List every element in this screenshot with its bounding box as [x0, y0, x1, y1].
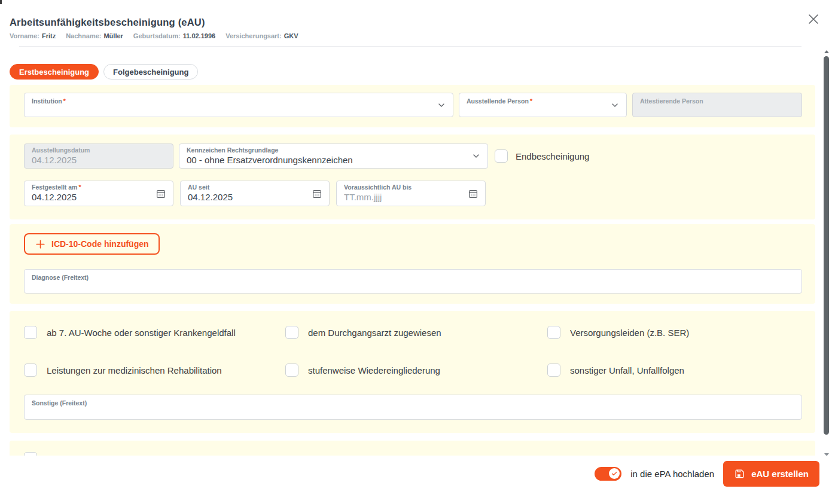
checkbox-item: stufenweise Wiedereingliederung — [285, 364, 547, 377]
page-title: Arbeitsunfähigkeitsbescheinigung (eAU) — [10, 17, 813, 28]
checkbox-item: ab 7. AU-Woche oder sonstiger Krankengel… — [24, 326, 285, 339]
tab-folgebescheinigung[interactable]: Folgebescheinigung — [103, 64, 198, 80]
section-diagnose: ICD-10-Code hinzufügen Diagnose (Freitex… — [10, 224, 815, 304]
ausstellende-person-label: Ausstellende Person — [467, 97, 529, 105]
au-woche-checkbox[interactable] — [24, 326, 37, 339]
certificate-type-tabs: Erstbescheinigung Folgebescheinigung — [10, 64, 822, 80]
checkbox-item: Leistungen zur medizinischen Rehabilitat… — [24, 364, 285, 377]
section-institution: Institution* Ausstellende Person* Attest… — [10, 85, 815, 127]
ausstellende-person-select[interactable]: Ausstellende Person* — [459, 93, 627, 117]
checkbox-label: Versorgungsleiden (z.B. SER) — [570, 328, 689, 338]
checkbox-label: Leistungen zur medizinischen Rehabilitat… — [47, 365, 222, 375]
endbescheinigung-checkbox[interactable] — [495, 149, 508, 163]
dialog-footer: in die ePA hochladen eAU erstellen — [0, 456, 832, 504]
wiedereingliederung-checkbox[interactable] — [285, 364, 298, 377]
ausstellungsdatum-field: Ausstellungsdatum — [24, 143, 173, 169]
patient-versicherungsart: Versicherungsart: GKV — [225, 32, 298, 39]
eau-erstellen-button[interactable]: eAU erstellen — [723, 461, 819, 487]
attestierende-person-field: Attestierende Person — [632, 93, 802, 117]
calendar-icon[interactable] — [312, 188, 322, 199]
required-asterisk: * — [63, 97, 66, 105]
voraussichtlich-au-bis-field[interactable]: Voraussichtlich AU bis — [336, 181, 486, 206]
festgestellt-am-field[interactable]: Festgestellt am* — [24, 181, 173, 206]
check-icon — [611, 470, 618, 477]
add-icd10-code-label: ICD-10-Code hinzufügen — [51, 239, 149, 249]
diagnose-freitext-label: Diagnose (Freitext) — [32, 274, 780, 282]
epa-upload-toggle[interactable] — [595, 467, 621, 481]
plus-icon — [35, 239, 46, 250]
scrollbar-up-arrow-icon[interactable] — [824, 50, 829, 53]
checkbox-label: ab 7. AU-Woche oder sonstiger Krankengel… — [47, 328, 236, 338]
institution-select[interactable]: Institution* — [24, 93, 453, 117]
kennzeichen-rechtsgrundlage-select[interactable]: Kennzeichen Rechtsgrundlage — [179, 143, 488, 169]
sonstige-freitext-label: Sonstige (Freitext) — [32, 399, 780, 407]
kennzeichen-label: Kennzeichen Rechtsgrundlage — [187, 146, 466, 154]
dialog-scroll-area: Arbeitsunfähigkeitsbescheinigung (eAU) V… — [0, 0, 822, 456]
section-additional-options: ab 7. AU-Woche oder sonstiger Krankengel… — [10, 311, 815, 433]
checkbox-label: stufenweise Wiedereingliederung — [308, 365, 440, 375]
scrollbar[interactable] — [823, 50, 830, 456]
au-seit-label: AU seit — [188, 184, 307, 191]
ausstellungsdatum-label: Ausstellungsdatum — [32, 146, 151, 154]
diagnose-freitext-field[interactable]: Diagnose (Freitext) — [24, 269, 802, 294]
durchgangsarzt-checkbox[interactable] — [285, 326, 298, 339]
festgestellt-am-label: Festgestellt am — [32, 184, 77, 191]
scrollbar-thumb[interactable] — [824, 56, 829, 435]
versorgungsleiden-checkbox[interactable] — [547, 326, 560, 339]
calendar-icon[interactable] — [156, 188, 166, 199]
endbescheinigung-label: Endbescheinigung — [516, 151, 589, 161]
attestierende-person-label: Attestierende Person — [640, 97, 703, 105]
section-dates: Ausstellungsdatum Kennzeichen Rechtsgrun… — [10, 135, 815, 219]
au-seit-input[interactable] — [188, 191, 307, 203]
rehabilitation-checkbox[interactable] — [24, 364, 37, 377]
close-icon[interactable] — [808, 14, 819, 25]
voraussichtlich-au-bis-label: Voraussichtlich AU bis — [344, 184, 464, 191]
voraussichtlich-au-bis-input[interactable] — [344, 191, 464, 203]
patient-info-row: Vorname: Fritz Nachname: Müller Geburtsd… — [10, 32, 813, 39]
required-asterisk: * — [78, 184, 81, 191]
kennzeichen-value[interactable] — [187, 154, 466, 166]
checkbox-label: sonstiger Unfall, Unfallfolgen — [570, 365, 684, 375]
toggle-knob — [609, 468, 620, 479]
section-partial — [10, 441, 815, 456]
checkbox-label: dem Durchgangsarzt zugewiesen — [308, 328, 441, 338]
add-icd10-code-button[interactable]: ICD-10-Code hinzufügen — [24, 233, 160, 255]
chevron-down-icon — [437, 100, 446, 110]
checkbox-item: dem Durchgangsarzt zugewiesen — [285, 326, 547, 339]
required-asterisk: * — [530, 97, 532, 105]
sonstige-freitext-field[interactable]: Sonstige (Freitext) — [24, 395, 802, 420]
calendar-icon[interactable] — [468, 188, 479, 199]
festgestellt-am-input[interactable] — [32, 191, 151, 203]
patient-vorname: Vorname: Fritz — [10, 32, 56, 39]
chevron-down-icon — [471, 151, 481, 161]
au-seit-field[interactable]: AU seit — [180, 181, 330, 206]
ausstellungsdatum-input — [32, 154, 151, 166]
patient-nachname: Nachname: Müller — [66, 32, 123, 39]
dialog-header: Arbeitsunfähigkeitsbescheinigung (eAU) V… — [0, 0, 822, 47]
sonstiger-unfall-checkbox[interactable] — [547, 364, 560, 377]
institution-label: Institution — [32, 97, 62, 105]
checkbox-item: Versorgungsleiden (z.B. SER) — [547, 326, 802, 339]
chevron-down-icon — [610, 100, 620, 110]
header-divider — [19, 46, 801, 47]
epa-upload-label: in die ePA hochladen — [630, 469, 714, 479]
tab-erstbescheinigung[interactable]: Erstbescheinigung — [10, 64, 99, 80]
checkbox-item: sonstiger Unfall, Unfallfolgen — [547, 364, 802, 377]
save-icon — [734, 468, 745, 479]
patient-geburtsdatum: Geburtsdatum: 11.02.1996 — [133, 32, 215, 39]
eau-erstellen-label: eAU erstellen — [751, 469, 809, 479]
